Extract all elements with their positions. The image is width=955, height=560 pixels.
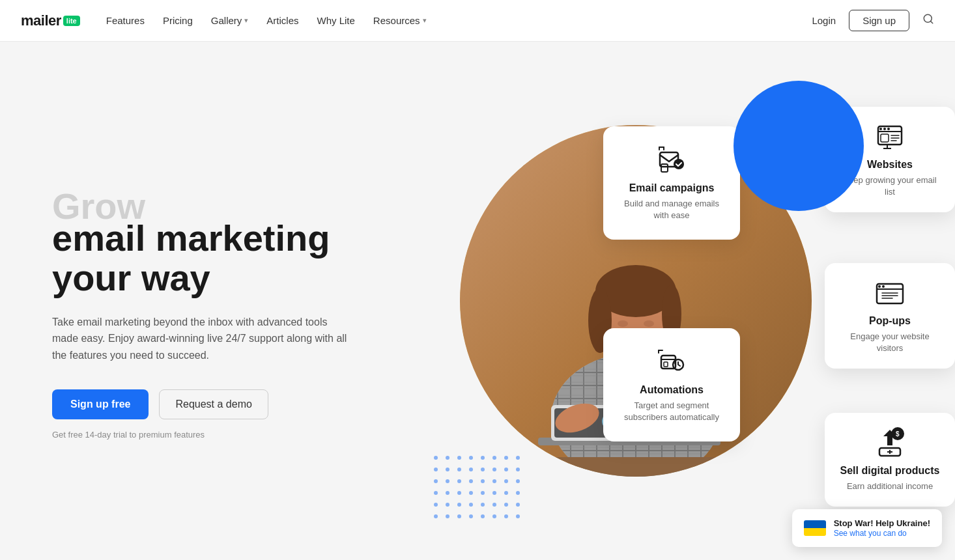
- digital-products-desc: Earn additional income: [838, 481, 942, 492]
- blue-accent-circle: [734, 81, 864, 211]
- signup-free-button[interactable]: Sign up free: [52, 389, 149, 419]
- nav-features[interactable]: Features: [106, 15, 145, 26]
- svg-rect-32: [664, 362, 668, 367]
- email-campaigns-desc: Build and manage emails with ease: [619, 198, 724, 221]
- svg-point-10: [644, 320, 654, 327]
- digital-products-icon: $: [838, 427, 942, 458]
- hero-section: Grow email marketing your way Take email…: [0, 42, 955, 560]
- request-demo-button[interactable]: Request a demo: [159, 389, 268, 419]
- automations-desc: Target and segment subscribers automatic…: [619, 400, 724, 423]
- svg-point-44: [887, 128, 890, 130]
- automations-icon: [619, 346, 724, 378]
- digital-products-card: $ Sell digital products Earn additional …: [825, 413, 955, 507]
- hero-left: Grow email marketing your way Take email…: [52, 162, 352, 440]
- svg-point-43: [883, 128, 886, 130]
- hero-subtitle: Take email marketing beyond the inbox wi…: [52, 314, 352, 364]
- automations-card: Automations Target and segment subscribe…: [603, 328, 740, 441]
- signup-button[interactable]: Sign up: [849, 10, 909, 31]
- logo-text: mailer: [21, 12, 61, 29]
- resources-chevron: ▾: [423, 16, 427, 25]
- nav-whylite[interactable]: Why Lite: [317, 15, 355, 26]
- svg-point-42: [879, 128, 882, 130]
- email-campaigns-icon: [619, 145, 724, 176]
- navbar: mailer lite Features Pricing Gallery ▾ A…: [0, 0, 955, 42]
- ukraine-text: Stop War! Help Ukraine! See what you can…: [834, 518, 930, 538]
- popups-title: Pop-ups: [838, 315, 942, 327]
- hero-visual: Email campaigns Build and manage emails …: [395, 42, 955, 560]
- search-icon[interactable]: [922, 13, 934, 28]
- svg-point-30: [674, 159, 684, 169]
- svg-rect-19: [499, 457, 773, 477]
- ukraine-banner-title: Stop War! Help Ukraine!: [834, 518, 930, 528]
- svg-point-9: [618, 320, 628, 327]
- ukraine-flag: [804, 520, 826, 536]
- popups-icon: [838, 277, 942, 309]
- logo-badge: lite: [63, 16, 80, 26]
- nav-right: Login Sign up: [812, 10, 934, 31]
- ukraine-see-link[interactable]: See what you can do: [834, 529, 907, 538]
- automations-title: Automations: [619, 384, 724, 396]
- nav-pricing[interactable]: Pricing: [163, 15, 193, 26]
- logo[interactable]: mailer lite: [21, 12, 80, 29]
- svg-rect-38: [881, 134, 889, 142]
- svg-line-1: [930, 21, 932, 23]
- digital-products-title: Sell digital products: [838, 465, 942, 477]
- popups-card: Pop-ups Engage your website visitors: [825, 263, 955, 369]
- svg-point-50: [882, 285, 885, 288]
- nav-links: Features Pricing Gallery ▾ Articles Why …: [106, 15, 812, 26]
- svg-text:$: $: [896, 430, 900, 438]
- nav-articles[interactable]: Articles: [266, 15, 298, 26]
- email-campaigns-card: Email campaigns Build and manage emails …: [603, 126, 740, 240]
- hero-actions: Sign up free Request a demo: [52, 389, 352, 419]
- nav-resources[interactable]: Resources ▾: [373, 15, 427, 26]
- hero-title: email marketing your way: [52, 218, 352, 298]
- popups-desc: Engage your website visitors: [838, 331, 942, 354]
- ukraine-banner: Stop War! Help Ukraine! See what you can…: [792, 509, 942, 547]
- svg-rect-47: [877, 284, 903, 303]
- hero-note: Get free 14-day trial to premium feature…: [52, 430, 352, 440]
- svg-rect-26: [661, 164, 668, 172]
- email-campaigns-title: Email campaigns: [619, 182, 724, 194]
- svg-point-49: [878, 285, 881, 288]
- nav-gallery[interactable]: Gallery ▾: [211, 15, 249, 26]
- gallery-chevron: ▾: [244, 16, 248, 25]
- login-button[interactable]: Login: [812, 15, 836, 26]
